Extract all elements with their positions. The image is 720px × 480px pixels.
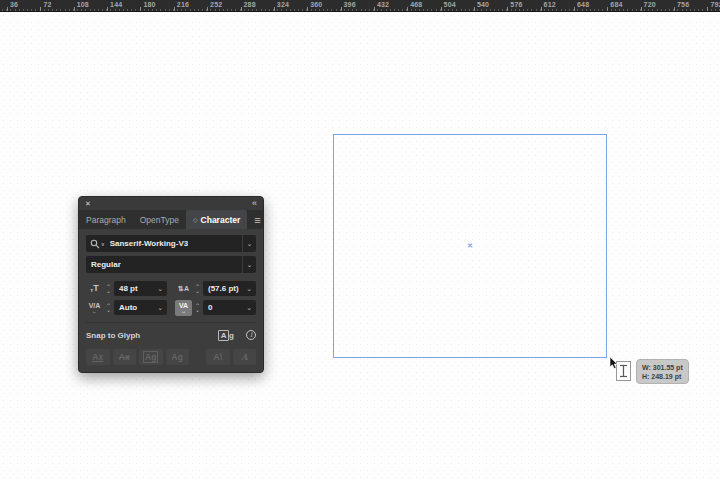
- tab-marker-icon: ◇: [193, 216, 198, 223]
- step-down-icon[interactable]: ⌄: [195, 308, 200, 312]
- font-size-dropdown-chevron-icon[interactable]: ⌄: [157, 285, 167, 293]
- tracking-icon: VA ↔: [175, 300, 192, 316]
- font-style-field[interactable]: Regular ⌄: [86, 256, 256, 273]
- snap-glyph-ag-button[interactable]: A g: [218, 330, 234, 341]
- font-family-field[interactable]: ∨ Sanserif-Working-V3 ⌄: [86, 235, 256, 252]
- glyph-box-icon: A: [218, 330, 229, 341]
- kerning-input[interactable]: Auto ⌄: [114, 300, 167, 315]
- snap-to-glyph-label: Snap to Glyph: [86, 331, 140, 340]
- font-family-value: Sanserif-Working-V3: [105, 239, 189, 248]
- tooltip-width: W: 301.55 pt: [642, 363, 683, 372]
- tooltip-height: H: 248.19 pt: [642, 372, 683, 381]
- step-down-icon[interactable]: ⌄: [195, 289, 200, 293]
- snap-glyph-bounds-button[interactable]: Ag: [139, 349, 163, 365]
- leading-input[interactable]: (57.6 pt) ⌄: [203, 281, 256, 296]
- tracking-control: VA ↔ ⌃ ⌄ 0 ⌄: [175, 300, 256, 316]
- type-tool-cursor-icon: [609, 357, 635, 389]
- snap-anchor-button[interactable]: A: [233, 349, 257, 365]
- tracking-input[interactable]: 0 ⌄: [203, 300, 256, 315]
- font-style-dropdown-chevron-icon[interactable]: ⌄: [242, 256, 256, 273]
- snap-baseline-button[interactable]: Ax: [86, 349, 110, 365]
- snap-angular-guide-button[interactable]: A\: [206, 349, 230, 365]
- panel-body: ∨ Sanserif-Working-V3 ⌄ Regular ⌄ тT ⌃ ⌄…: [79, 229, 263, 372]
- hamburger-icon: ≡: [254, 214, 260, 226]
- step-down-icon[interactable]: ⌄: [106, 308, 111, 312]
- leading-stepper[interactable]: ⌃ ⌄: [193, 285, 202, 293]
- character-panel[interactable]: ✕ « Paragraph OpenType ◇ Character ≡ ∨: [78, 196, 264, 373]
- divider: [86, 322, 256, 323]
- selection-center-mark: ✕: [467, 242, 473, 249]
- horizontal-ruler[interactable]: 3672108144180216252288324360396432468504…: [0, 0, 720, 12]
- kerning-control: V/A ← ⌃ ⌄ Auto ⌄: [86, 300, 167, 316]
- info-icon[interactable]: i: [246, 330, 256, 340]
- font-size-icon: тT: [86, 284, 103, 293]
- tracking-dropdown-chevron-icon[interactable]: ⌄: [246, 304, 256, 312]
- tab-paragraph[interactable]: Paragraph: [79, 210, 133, 229]
- panel-tabbar: Paragraph OpenType ◇ Character ≡: [79, 210, 263, 229]
- panel-titlebar[interactable]: ✕ «: [79, 197, 263, 210]
- leading-icon: ⇅A: [175, 285, 192, 292]
- kerning-stepper[interactable]: ⌃ ⌄: [104, 304, 113, 312]
- search-icon: ∨: [86, 239, 105, 249]
- panel-menu-button[interactable]: ≡: [247, 210, 267, 229]
- font-size-control: тT ⌃ ⌄ 48 pt ⌄: [86, 281, 167, 296]
- snap-options-row: Ax Ax Ag Ag A\ A: [86, 349, 256, 365]
- leading-control: ⇅A ⌃ ⌄ (57.6 pt) ⌄: [175, 281, 256, 296]
- measurement-tooltip: W: 301.55 pt H: 248.19 pt: [636, 359, 689, 384]
- collapse-icon[interactable]: «: [252, 199, 257, 208]
- tab-opentype[interactable]: OpenType: [133, 210, 186, 229]
- snap-xheight-button[interactable]: Ax: [113, 349, 137, 365]
- tab-character[interactable]: ◇ Character: [186, 210, 247, 229]
- tracking-stepper[interactable]: ⌃ ⌄: [193, 304, 202, 312]
- close-icon[interactable]: ✕: [85, 200, 91, 208]
- snap-proximity-button[interactable]: Ag: [166, 349, 190, 365]
- font-style-value: Regular: [86, 260, 121, 269]
- font-size-input[interactable]: 48 pt ⌄: [114, 281, 167, 296]
- font-family-dropdown-chevron-icon[interactable]: ⌄: [242, 235, 256, 252]
- step-down-icon[interactable]: ⌄: [106, 289, 111, 293]
- font-size-stepper[interactable]: ⌃ ⌄: [104, 285, 113, 293]
- kerning-dropdown-chevron-icon[interactable]: ⌄: [157, 304, 167, 312]
- kerning-icon: V/A ←: [86, 302, 103, 315]
- leading-dropdown-chevron-icon[interactable]: ⌄: [246, 285, 256, 293]
- selection-rectangle: ✕: [333, 134, 607, 358]
